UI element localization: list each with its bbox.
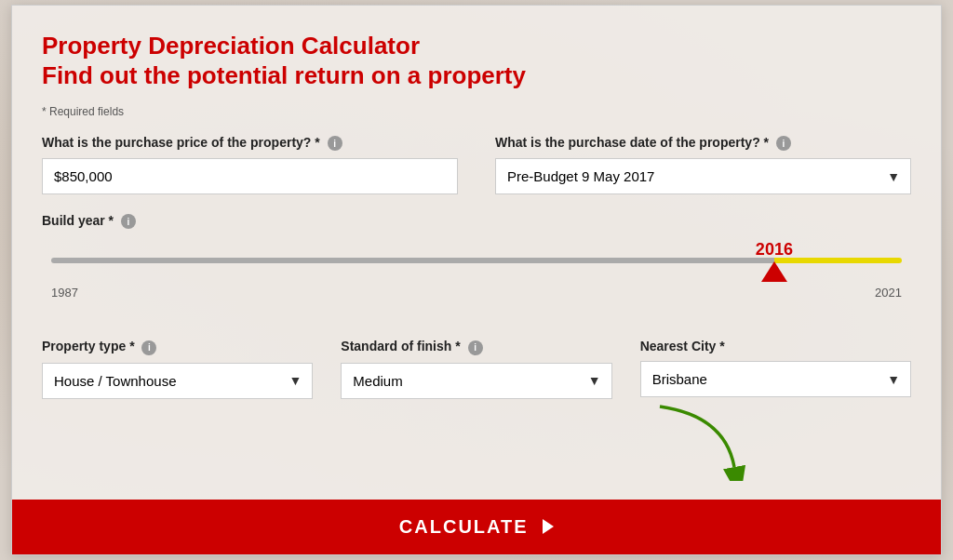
purchase-price-info-icon[interactable]: i	[328, 136, 342, 151]
property-type-group: Property type * i House / Townhouse Apar…	[42, 339, 313, 398]
nearest-city-select-wrapper: Sydney Melbourne Brisbane Perth Adelaide…	[640, 361, 911, 397]
nearest-city-label: Nearest City *	[640, 339, 911, 353]
purchase-date-select[interactable]: Pre-Budget 9 May 2017 Post-Budget 9 May …	[495, 158, 911, 194]
purchase-price-group: What is the purchase price of the proper…	[42, 135, 458, 194]
play-icon	[543, 519, 554, 534]
standard-of-finish-group: Standard of finish * i Low Medium High L…	[341, 339, 611, 398]
required-note: * Required fields	[42, 105, 911, 118]
green-arrow-container	[42, 425, 911, 500]
purchase-price-input[interactable]	[42, 158, 458, 194]
property-type-select[interactable]: House / Townhouse Apartment / Unit Comme…	[42, 363, 313, 399]
build-year-label: Build year * i	[42, 213, 911, 229]
slider-thumb[interactable]	[761, 261, 787, 282]
nearest-city-group: Nearest City * Sydney Melbourne Brisbane…	[640, 339, 911, 398]
standard-of-finish-label: Standard of finish * i	[341, 339, 611, 354]
green-arrow-icon	[651, 397, 762, 481]
purchase-date-group: What is the purchase date of the propert…	[495, 135, 911, 194]
property-type-label: Property type * i	[42, 339, 313, 354]
property-type-info-icon[interactable]: i	[141, 340, 156, 355]
purchase-date-select-wrapper: Pre-Budget 9 May 2017 Post-Budget 9 May …	[495, 158, 911, 194]
slider-min-label: 1987	[51, 286, 78, 300]
build-year-info-icon[interactable]: i	[121, 214, 136, 229]
slider-thumb-container: 2016	[756, 240, 793, 282]
nearest-city-select[interactable]: Sydney Melbourne Brisbane Perth Adelaide…	[640, 361, 911, 397]
standard-of-finish-select[interactable]: Low Medium High Luxury	[341, 363, 611, 399]
purchase-price-label: What is the purchase price of the proper…	[42, 135, 458, 151]
calculate-button[interactable]: CALCULATE	[12, 500, 941, 554]
purchase-date-info-icon[interactable]: i	[776, 136, 791, 151]
title-block: Property Depreciation Calculator Find ou…	[42, 32, 911, 89]
build-year-section: Build year * i 1987 2021 2016	[42, 213, 911, 279]
slider-current-year: 2016	[756, 240, 793, 260]
purchase-date-label: What is the purchase date of the propert…	[495, 135, 911, 151]
standard-of-finish-info-icon[interactable]: i	[468, 340, 483, 355]
row-property-details: Property type * i House / Townhouse Apar…	[42, 339, 911, 398]
property-type-select-wrapper: House / Townhouse Apartment / Unit Comme…	[42, 363, 313, 399]
slider-max-label: 2021	[875, 286, 902, 300]
slider-wrapper: 1987 2021 2016	[42, 242, 911, 279]
standard-of-finish-select-wrapper: Low Medium High Luxury ▼	[341, 363, 611, 399]
calculator-container: Property Depreciation Calculator Find ou…	[11, 5, 942, 554]
slider-track-container: 1987 2021 2016	[51, 242, 902, 279]
row-purchase: What is the purchase price of the proper…	[42, 135, 911, 194]
page-title: Property Depreciation Calculator Find ou…	[42, 32, 911, 89]
